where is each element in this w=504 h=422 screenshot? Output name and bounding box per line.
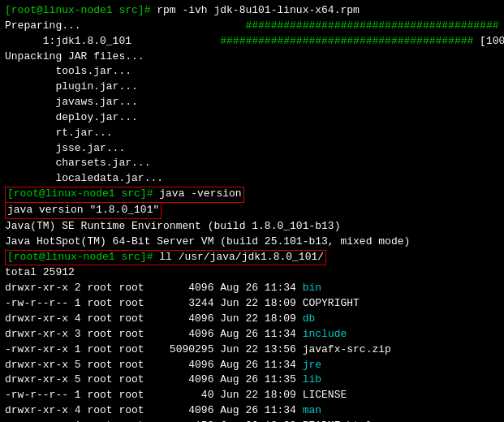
output-text: -rw-r--r-- 1 root root 3244 Jun 22 18:09…	[5, 297, 360, 309]
terminal-line: Unpacking JAR files...	[5, 50, 499, 65]
output-text: Unpacking JAR files...	[5, 50, 144, 62]
output-text: drwxr-xr-x 2 root root 4096 Aug 26 11:34	[5, 282, 303, 294]
terminal-line: Preparing... ###########################…	[5, 19, 499, 34]
output-text: 1:jdk1.8.0_101	[5, 35, 220, 47]
output-text: drwxr-xr-x 3 root root 4096 Aug 26 11:34	[5, 328, 303, 340]
terminal-line: -rw-r--r-- 1 root root 159 Jun 22 18:09 …	[5, 419, 499, 422]
dir-name: bin	[303, 282, 321, 294]
terminal-line: -rwxr-xr-x 1 root root 5090295 Jun 22 13…	[5, 342, 499, 358]
command: java -version	[153, 187, 241, 200]
output-text: Java(TM) SE Runtime Environment (build 1…	[5, 220, 340, 232]
terminal-line: drwxr-xr-x 5 root root 4096 Aug 26 11:35…	[5, 372, 499, 388]
output-text: Java HotSpot(TM) 64-Bit Server VM (build…	[5, 235, 410, 248]
output-text: tools.jar...	[5, 65, 131, 77]
output-text: plugin.jar...	[5, 80, 138, 93]
terminal-line: plugin.jar...	[5, 80, 499, 95]
output-text: drwxr-xr-x 4 root root 4096 Aug 26 11:34	[5, 404, 303, 416]
prompt: [root@linux-node1 src]#	[7, 187, 153, 200]
pct: [100%]	[499, 19, 504, 32]
dir-name: man	[303, 404, 321, 416]
terminal-line: [root@linux-node1 src]# java -version	[5, 187, 499, 203]
output-text: localedata.jar...	[5, 172, 163, 184]
output-text: drwxr-xr-x 5 root root 4096 Aug 26 11:35	[5, 373, 303, 385]
output-text: javaws.jar...	[5, 96, 138, 108]
hash-bar: ########################################	[245, 19, 498, 32]
output-text: deploy.jar...	[5, 111, 138, 123]
dir-name: jre	[303, 359, 321, 371]
output-text: -rw-r--r-- 1 root root 40 Jun 22 18:09 L…	[5, 389, 347, 401]
output-text: charsets.jar...	[5, 157, 150, 169]
terminal-line: rt.jar...	[5, 126, 499, 141]
output-text: rt.jar...	[5, 127, 113, 139]
terminal-line: java version "1.8.0_101"	[5, 203, 499, 219]
output-text: jsse.jar...	[5, 142, 125, 154]
output-text: java version "1.8.0_101"	[7, 204, 159, 216]
dir-name: lib	[303, 373, 321, 385]
dir-name: include	[303, 328, 347, 340]
prompt: [root@linux-node1 src]#	[7, 251, 153, 263]
terminal-line: drwxr-xr-x 5 root root 4096 Aug 26 11:34…	[5, 358, 499, 373]
terminal-line: drwxr-xr-x 4 root root 4096 Aug 26 11:34…	[5, 403, 499, 419]
terminal-line: 1:jdk1.8.0_101 #########################…	[5, 34, 499, 50]
prompt: [root@linux-node1 src]#	[5, 4, 157, 16]
pct: [100%]	[473, 35, 504, 47]
output-text: -rwxr-xr-x 1 root root 5090295 Jun 22 13…	[5, 343, 391, 355]
output-text: drwxr-xr-x 4 root root 4096 Jun 22 18:09	[5, 312, 303, 325]
terminal-line: -rw-r--r-- 1 root root 40 Jun 22 18:09 L…	[5, 388, 499, 403]
terminal-line: jsse.jar...	[5, 141, 499, 157]
terminal-line: [root@linux-node1 src]# rpm -ivh jdk-8u1…	[5, 3, 499, 19]
terminal-line: tools.jar...	[5, 64, 499, 80]
terminal-line: Java HotSpot(TM) 64-Bit Server VM (build…	[5, 235, 499, 250]
terminal-line: charsets.jar...	[5, 156, 499, 171]
command: rpm -ivh jdk-8u101-linux-x64.rpm	[157, 4, 360, 16]
terminal-line: [root@linux-node1 src]# ll /usr/java/jdk…	[5, 250, 499, 266]
terminal-line: drwxr-xr-x 4 root root 4096 Jun 22 18:09…	[5, 312, 499, 327]
output-text: total 25912	[5, 266, 75, 278]
terminal-line: deploy.jar...	[5, 110, 499, 126]
dir-name: db	[303, 312, 316, 325]
terminal-line: total 25912	[5, 265, 499, 281]
terminal-window: [root@linux-node1 src]# rpm -ivh jdk-8u1…	[0, 0, 504, 422]
hash-bar: ########################################	[220, 35, 473, 47]
output-text: drwxr-xr-x 5 root root 4096 Aug 26 11:34	[5, 359, 303, 371]
terminal-line: drwxr-xr-x 2 root root 4096 Aug 26 11:34…	[5, 281, 499, 296]
terminal-line: -rw-r--r-- 1 root root 3244 Jun 22 18:09…	[5, 296, 499, 312]
terminal-line: javaws.jar...	[5, 95, 499, 110]
terminal-line: localedata.jar...	[5, 171, 499, 187]
terminal-line: Java(TM) SE Runtime Environment (build 1…	[5, 219, 499, 235]
output-text: Preparing...	[5, 19, 245, 32]
command: ll /usr/java/jdk1.8.0_101/	[153, 251, 324, 263]
terminal-line: drwxr-xr-x 3 root root 4096 Aug 26 11:34…	[5, 327, 499, 342]
